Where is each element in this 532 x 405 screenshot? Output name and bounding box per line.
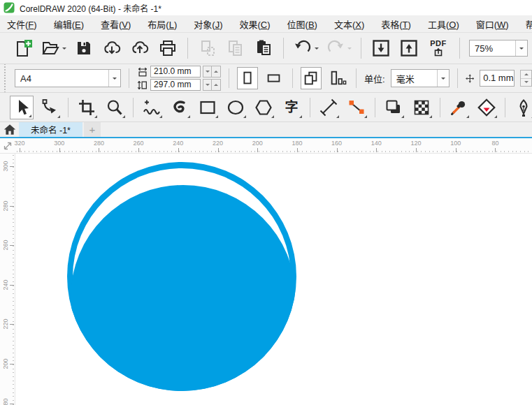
page-width-icon xyxy=(137,66,148,78)
zoom-level-value: 75% xyxy=(470,43,515,54)
menu-item[interactable]: 窗口(W) xyxy=(476,17,509,31)
ruler-label: 180 xyxy=(292,140,302,147)
app-window: CorelDRAW 2020 (64-Bit) - 未命名 -1* 文件(F)编… xyxy=(0,0,532,405)
nudge-distance-spinner[interactable] xyxy=(520,70,532,87)
crop-tool[interactable] xyxy=(75,96,99,119)
page-width-spinner[interactable] xyxy=(203,66,221,78)
color-eyedropper-tool[interactable] xyxy=(447,96,470,119)
menu-item[interactable]: 文本(X) xyxy=(334,17,364,31)
paste-button[interactable] xyxy=(253,38,274,59)
page-width-input[interactable]: 210.0 mm xyxy=(150,66,201,78)
units-label: 单位: xyxy=(364,72,385,85)
nudge-distance-icon xyxy=(466,73,474,84)
property-bar-grip[interactable] xyxy=(3,64,6,92)
publish-to-pdf-button[interactable]: PDF xyxy=(426,37,450,59)
freehand-tool[interactable] xyxy=(140,96,164,119)
toolbox-separator xyxy=(440,98,440,117)
open-document-button[interactable] xyxy=(41,38,66,58)
ruler-label: 220 xyxy=(2,319,9,330)
outline-pen-tool[interactable] xyxy=(512,96,532,119)
home-icon xyxy=(2,123,17,136)
polygon-tool[interactable] xyxy=(252,96,275,119)
nudge-distance-input[interactable]: 0.1 mm xyxy=(480,70,515,87)
document-tab-active[interactable]: 未命名 -1* xyxy=(19,122,82,137)
toolbox-separator xyxy=(375,98,375,117)
ruler-label: 280 xyxy=(94,140,104,147)
toolbar-separator xyxy=(361,38,361,59)
export-button[interactable] xyxy=(398,38,419,59)
page-drawing xyxy=(15,154,532,405)
coreldraw-logo-icon xyxy=(3,2,15,13)
shape-tool[interactable] xyxy=(38,96,62,119)
ruler-label: 300 xyxy=(2,161,9,171)
parallel-dimension-tool[interactable] xyxy=(317,96,340,119)
property-bar-separator xyxy=(129,68,129,88)
transparency-tool[interactable] xyxy=(410,96,433,119)
document-tab-bar: 未命名 -1* + xyxy=(0,122,532,137)
print-button[interactable] xyxy=(157,38,178,59)
drawing-canvas[interactable] xyxy=(15,154,532,405)
menu-item[interactable]: 编辑(E) xyxy=(54,17,84,31)
menu-item[interactable]: 表格(T) xyxy=(381,17,411,31)
toolbox-separator xyxy=(505,98,505,117)
units-dropdown-button[interactable] xyxy=(437,70,449,87)
drop-shadow-tool[interactable] xyxy=(382,96,405,119)
cloud-upload-button[interactable] xyxy=(129,38,150,59)
page-size-combobox[interactable]: A4 xyxy=(15,69,121,87)
ruler-label: 240 xyxy=(2,279,9,290)
all-pages-size-button[interactable] xyxy=(301,67,322,89)
page-height-input[interactable]: 297.0 mm xyxy=(150,79,201,91)
horizontal-ruler[interactable]: 32030028026024022020018016014012010080 xyxy=(0,138,532,154)
toolbox-separator xyxy=(310,98,310,117)
ruler-label: 200 xyxy=(2,358,9,369)
import-button[interactable] xyxy=(371,38,391,59)
current-page-size-button[interactable] xyxy=(327,67,348,89)
text-tool-glyph: 字 xyxy=(285,101,298,114)
vertical-ruler[interactable]: 300280260240220200180 xyxy=(0,154,15,405)
pick-tool[interactable] xyxy=(10,96,34,119)
new-tab-button[interactable]: + xyxy=(84,122,101,137)
portrait-orientation-button[interactable] xyxy=(237,67,258,89)
artistic-media-tool[interactable] xyxy=(168,96,192,119)
page-dimensions-group: 210.0 mm 297.0 mm xyxy=(137,66,221,91)
menu-item[interactable]: 文件(F) xyxy=(7,17,37,31)
toolbox: 字 xyxy=(0,93,532,122)
zoom-tool[interactable] xyxy=(103,96,127,119)
menu-item[interactable]: 对象(J) xyxy=(194,17,222,31)
landscape-orientation-button[interactable] xyxy=(264,67,285,89)
ruler-origin-icon[interactable] xyxy=(1,140,14,152)
menu-item[interactable]: 布局(L) xyxy=(148,17,177,31)
units-combobox[interactable]: 毫米 xyxy=(391,69,450,87)
undo-button[interactable] xyxy=(293,38,319,58)
ellipse-tool[interactable] xyxy=(224,96,247,119)
menu-item[interactable]: 帮助(H) xyxy=(526,17,532,31)
rectangle-tool[interactable] xyxy=(196,96,220,119)
zoom-level-combobox[interactable]: 75% xyxy=(469,40,528,57)
cloud-download-button[interactable] xyxy=(101,38,122,59)
blue-circle-shape[interactable] xyxy=(67,162,296,405)
menu-bar: 文件(F)编辑(E)查看(V)布局(L)对象(J)效果(C)位图(B)文本(X)… xyxy=(0,15,532,33)
open-dropdown-arrow-icon[interactable] xyxy=(62,47,66,52)
page-size-dropdown-button[interactable] xyxy=(108,70,120,87)
connector-tool[interactable] xyxy=(345,96,368,119)
ruler-label: 180 xyxy=(2,398,9,405)
ruler-label: 80 xyxy=(491,140,498,147)
property-bar-separator xyxy=(292,68,293,88)
page-size-value: A4 xyxy=(15,73,108,84)
work-area: 300280260240220200180 xyxy=(0,154,532,405)
new-document-button[interactable] xyxy=(13,38,34,59)
toolbar-separator xyxy=(283,38,284,59)
menu-item[interactable]: 效果(C) xyxy=(239,17,270,31)
welcome-home-button[interactable] xyxy=(0,122,19,137)
standard-toolbar: PDF 75% xyxy=(0,33,532,64)
toolbar-separator xyxy=(187,38,188,59)
menu-item[interactable]: 查看(V) xyxy=(101,17,131,31)
zoom-dropdown-button[interactable] xyxy=(515,40,527,56)
menu-item[interactable]: 位图(B) xyxy=(287,17,317,31)
page-height-spinner[interactable] xyxy=(203,79,221,91)
save-button[interactable] xyxy=(73,38,94,59)
interactive-fill-tool[interactable] xyxy=(475,96,498,119)
menu-item[interactable]: 工具(O) xyxy=(428,17,459,31)
undo-dropdown-arrow-icon[interactable] xyxy=(315,47,319,52)
text-tool[interactable]: 字 xyxy=(280,96,303,119)
